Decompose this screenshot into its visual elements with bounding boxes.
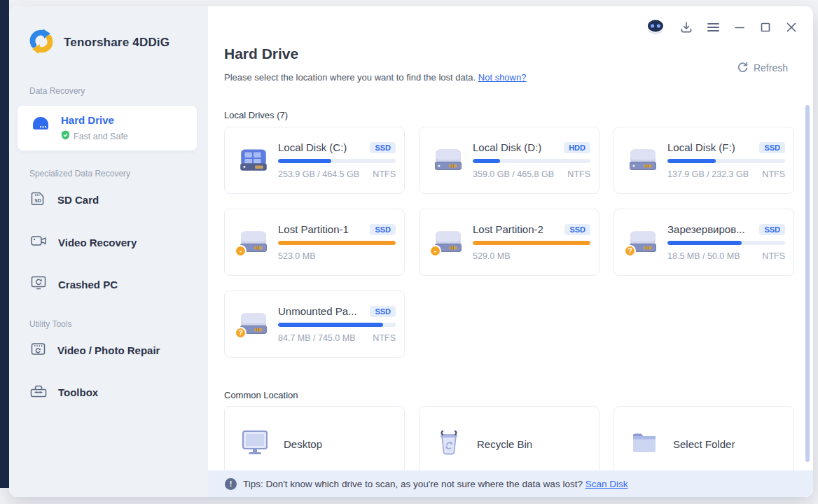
desktop-icon (240, 428, 270, 459)
drive-usage-bar (473, 159, 590, 163)
folder-icon (630, 429, 659, 458)
hard-drive-icon (30, 114, 51, 136)
menu-icon[interactable] (707, 22, 720, 33)
drive-status-badge-icon: ? (624, 245, 636, 257)
drive-filesystem: NTFS (373, 169, 396, 179)
drive-capacity: 18.5 MB / 50.0 MB (667, 251, 740, 261)
sidebar-item-video-photo-repair[interactable]: Video / Photo Repair (9, 329, 208, 371)
drive-filesystem: NTFS (762, 251, 785, 261)
section-label-specialized: Specialized Data Recovery (9, 169, 208, 178)
drive-icon: ? (627, 227, 659, 257)
drive-card-local-disk-f[interactable]: Local Disk (F:) SSD 137.9 GB / 232.3 GB … (614, 127, 794, 194)
sidebar-item-toolbox[interactable]: Toolbox (9, 371, 208, 413)
drive-capacity: 523.0 MB (278, 251, 316, 261)
repair-icon (30, 341, 46, 359)
window-controls (645, 19, 798, 36)
drive-icon: - (237, 227, 270, 257)
shield-check-icon (61, 130, 70, 142)
drive-type-badge: SSD (370, 306, 396, 317)
scan-disk-link[interactable]: Scan Disk (585, 479, 628, 489)
drive-filesystem: NTFS (567, 169, 590, 179)
drive-filesystem: NTFS (762, 169, 785, 179)
section-label-utility: Utility Tools (9, 319, 208, 329)
drive-name: Unmounted Pa... (278, 305, 357, 317)
sidebar-item-crashed-pc[interactable]: Crashed PC (9, 263, 208, 305)
drive-capacity: 359.0 GB / 465.8 GB (473, 169, 554, 179)
page-title: Hard Drive (224, 46, 298, 62)
sidebar-item-hard-drive[interactable]: Hard Drive Fast and Safe (18, 106, 197, 150)
crashed-pc-icon (30, 275, 47, 293)
sidebar-item-label: Video Recovery (58, 237, 137, 248)
sidebar-item-video-recovery[interactable]: Video Recovery (9, 221, 208, 263)
drive-usage-bar (667, 241, 785, 245)
common-card-label: Desktop (284, 438, 322, 450)
app-title: Tenorshare 4DDiG (64, 36, 169, 50)
drive-card-local-disk-c[interactable]: Local Disk (C:) SSD 253.9 GB / 464.5 GB … (224, 127, 405, 194)
assistant-bot-icon[interactable] (645, 19, 666, 36)
page-subtitle: Please select the location where you wan… (224, 72, 526, 83)
drive-card-lost-partition-1[interactable]: - Lost Partition-1 SSD 523.0 MB (224, 209, 405, 276)
drive-name: Local Disk (C:) (278, 141, 347, 153)
drive-card-reserved-partition[interactable]: ? Зарезервиров... SSD 18.5 MB / 50.0 MB … (614, 209, 794, 276)
drive-status-badge-icon: - (235, 245, 247, 257)
drive-usage-bar (667, 159, 785, 163)
local-drives-grid: Local Disk (C:) SSD 253.9 GB / 464.5 GB … (224, 127, 796, 358)
drive-usage-bar (278, 159, 396, 163)
recycle-bin-icon (435, 428, 463, 459)
refresh-icon (737, 61, 749, 75)
main-panel: Hard Drive Please select the location wh… (208, 6, 813, 497)
drive-icon: ? (237, 309, 270, 339)
sidebar: Tenorshare 4DDiG Data Recovery Hard Driv… (9, 6, 208, 497)
scrollbar-thumb[interactable] (805, 105, 810, 462)
sidebar-item-label: Video / Photo Repair (57, 344, 160, 356)
download-icon[interactable] (679, 20, 693, 34)
drive-card-local-disk-d[interactable]: Local Disk (D:) HDD 359.0 GB / 465.8 GB … (419, 127, 599, 194)
drive-filesystem: NTFS (373, 333, 396, 343)
svg-text:SD: SD (34, 198, 41, 203)
drive-type-badge: SSD (759, 142, 785, 153)
drive-icon (432, 146, 464, 175)
refresh-button[interactable]: Refresh (737, 61, 788, 75)
drive-type-badge: SSD (759, 224, 785, 235)
drive-capacity: 84.7 MB / 745.0 MB (278, 333, 355, 343)
drive-usage-bar (278, 241, 396, 245)
drive-name: Зарезервиров... (667, 223, 745, 235)
sd-card-icon: SD (30, 190, 46, 209)
desktop-edge (0, 0, 9, 488)
sidebar-item-label: Crashed PC (58, 279, 118, 290)
drive-icon: - (432, 227, 464, 257)
tips-text: Tips: Don't know which drive to scan, as… (243, 479, 583, 489)
drive-status-badge-icon: ? (235, 327, 247, 339)
common-card-label: Select Folder (673, 438, 735, 450)
sidebar-item-label: SD Card (57, 194, 99, 206)
drive-capacity: 137.9 GB / 232.3 GB (667, 169, 749, 179)
sidebar-item-label: Hard Drive (61, 114, 128, 126)
drive-type-badge: SSD (564, 224, 590, 235)
video-camera-icon (30, 233, 47, 251)
common-location-label: Common Location (224, 390, 298, 400)
app-window: Tenorshare 4DDiG Data Recovery Hard Driv… (9, 6, 813, 497)
drive-type-badge: SSD (370, 224, 396, 235)
sidebar-item-sublabel: Fast and Safe (74, 132, 128, 141)
drive-card-lost-partition-2[interactable]: - Lost Partition-2 SSD 529.0 MB (419, 209, 599, 276)
local-drives-label: Local Drives (7) (224, 110, 288, 120)
maximize-icon[interactable] (759, 21, 772, 34)
drive-status-badge-icon: - (429, 245, 441, 257)
drive-icon (237, 146, 270, 175)
close-icon[interactable] (785, 21, 798, 34)
drive-usage-bar (473, 241, 590, 245)
drive-type-badge: SSD (370, 142, 396, 153)
sidebar-item-sd-card[interactable]: SD SD Card (9, 178, 208, 221)
drive-usage-bar (278, 323, 396, 327)
drive-name: Local Disk (D:) (473, 141, 541, 153)
drive-name: Lost Partition-1 (278, 223, 349, 235)
info-icon: ! (225, 478, 237, 490)
drive-icon (627, 146, 659, 175)
common-card-label: Recycle Bin (477, 438, 532, 450)
drive-type-badge: HDD (564, 142, 590, 153)
minimize-icon[interactable] (733, 21, 746, 34)
drive-capacity: 253.9 GB / 464.5 GB (278, 169, 359, 179)
not-shown-link[interactable]: Not shown? (478, 72, 527, 83)
brand: Tenorshare 4DDiG (9, 6, 208, 58)
drive-card-unmounted-partition[interactable]: ? Unmounted Pa... SSD 84.7 MB / 745.0 MB… (224, 290, 405, 358)
